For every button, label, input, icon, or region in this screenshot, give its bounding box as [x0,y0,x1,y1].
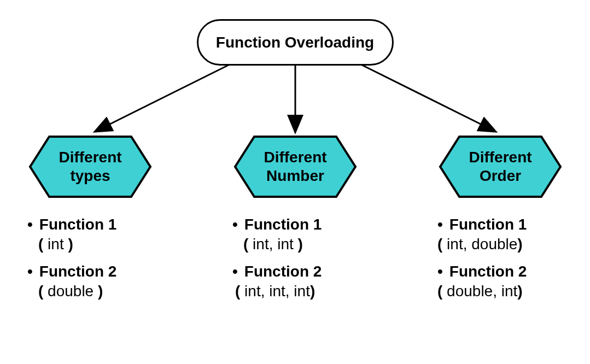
root-title: Function Overloading [216,34,374,51]
list-item: • Function 2 ( double ) [27,263,186,300]
function-params: ( int, int ) [232,236,391,253]
function-name: Function 1 [244,216,322,233]
function-params: ( int ) [27,236,186,253]
list-item: • Function 1 ( int, int ) [232,216,391,253]
hex-label-types: Differenttypes [59,148,121,185]
function-params: ( double ) [27,283,186,300]
hexagon-number: DifferentNumber [232,134,358,199]
list-item: • Function 2 ( int, int, int) [232,263,391,300]
hexagon-types: Differenttypes [27,134,153,199]
list-item: • Function 1 ( int, double) [437,216,590,253]
bullet-icon: • [27,264,33,279]
hexagon-order: DifferentOrder [437,134,563,199]
function-params: ( double, int) [437,283,590,300]
svg-line-3 [361,64,495,131]
function-params: ( int, int, int) [232,283,391,300]
bullets-number: • Function 1 ( int, int ) • Function 2 (… [232,216,391,310]
bullet-icon: • [27,217,33,232]
bullet-icon: • [437,217,443,232]
svg-line-1 [96,64,230,131]
function-name: Function 2 [244,263,322,280]
function-name: Function 1 [39,216,117,233]
hex-label-number: DifferentNumber [264,148,326,185]
hex-label-order: DifferentOrder [469,148,531,185]
bullet-icon: • [232,217,238,232]
function-name: Function 2 [39,263,117,280]
bullets-types: • Function 1 ( int ) • Function 2 ( doub… [27,216,186,310]
function-params: ( int, double) [437,236,590,253]
bullets-order: • Function 1 ( int, double) • Function 2… [437,216,590,310]
list-item: • Function 1 ( int ) [27,216,186,253]
bullet-icon: • [437,264,443,279]
bullet-icon: • [232,264,238,279]
root-node: Function Overloading [197,19,394,66]
list-item: • Function 2 ( double, int) [437,263,590,300]
function-name: Function 2 [449,263,527,280]
function-name: Function 1 [449,216,527,233]
